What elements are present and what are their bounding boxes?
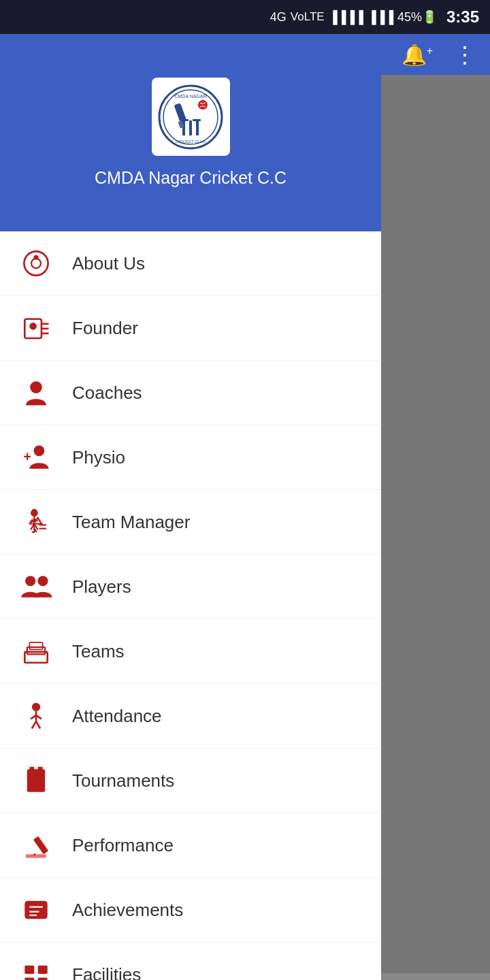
svg-rect-45 <box>29 767 34 772</box>
achievements-label: Achievements <box>72 900 183 921</box>
svg-rect-35 <box>24 652 47 663</box>
players-icon <box>19 570 53 604</box>
performance-icon <box>19 828 53 862</box>
navigation-drawer: CMDA NAGAR CRICKET CLUB CMDA Nagar Crick… <box>0 34 381 980</box>
about-us-label: About Us <box>72 253 145 274</box>
svg-text:+: + <box>24 449 31 464</box>
club-logo-container: CMDA NAGAR CRICKET CLUB <box>152 78 230 156</box>
facilities-label: Facilities <box>72 964 141 981</box>
svg-rect-3 <box>189 120 192 135</box>
svg-point-33 <box>25 576 35 586</box>
performance-label: Performance <box>72 835 174 856</box>
svg-rect-6 <box>193 119 201 121</box>
status-bar: 4G VoLTE ▐▐▐▐ ▐▐▐ 45%🔋 3:35 <box>0 0 490 34</box>
svg-rect-2 <box>182 120 185 135</box>
attendance-label: Attendance <box>72 706 162 727</box>
svg-rect-57 <box>24 977 34 980</box>
svg-rect-37 <box>29 642 42 650</box>
menu-item-facilities[interactable]: Facilities <box>0 943 381 980</box>
svg-rect-58 <box>38 977 48 980</box>
team-manager-label: Team Manager <box>72 512 190 533</box>
battery: 45%🔋 <box>397 10 437 24</box>
menu-item-founder[interactable]: Founder <box>0 296 381 361</box>
menu-item-physio[interactable]: + Physio <box>0 425 381 490</box>
more-options-button[interactable]: ⋮ <box>453 41 476 68</box>
founder-label: Founder <box>72 318 138 339</box>
svg-point-21 <box>33 445 44 456</box>
app-bar-top: 🔔+ ⋮ <box>0 34 490 75</box>
svg-line-42 <box>32 721 36 729</box>
svg-rect-48 <box>26 854 46 858</box>
svg-text:CMDA NAGAR: CMDA NAGAR <box>174 94 206 99</box>
menu-item-about-us[interactable]: About Us <box>0 231 381 296</box>
menu-item-teams[interactable]: Teams <box>0 619 381 684</box>
svg-point-34 <box>38 576 48 586</box>
svg-line-43 <box>36 721 40 729</box>
time: 3:35 <box>446 7 479 27</box>
svg-rect-49 <box>33 836 48 855</box>
achievements-icon <box>19 893 53 927</box>
svg-rect-7 <box>174 103 187 123</box>
svg-rect-55 <box>24 966 34 974</box>
status-icons: 4G VoLTE ▐▐▐▐ ▐▐▐ 45%🔋 3:35 <box>270 7 479 27</box>
drawer-menu: About Us Founder <box>0 231 381 980</box>
tournaments-label: Tournaments <box>72 770 174 791</box>
svg-point-16 <box>29 323 37 330</box>
svg-point-38 <box>32 703 40 711</box>
notification-add-button[interactable]: 🔔+ <box>402 43 433 67</box>
physio-icon: + <box>19 440 53 474</box>
network-type: 4G <box>270 10 287 24</box>
svg-rect-44 <box>27 769 45 791</box>
sim2-signal: ▐▐▐ <box>368 10 393 24</box>
svg-rect-4 <box>196 120 199 135</box>
menu-item-achievements[interactable]: Achievements <box>0 878 381 943</box>
tournaments-icon <box>19 764 53 798</box>
players-label: Players <box>72 576 131 598</box>
svg-point-25 <box>31 509 37 515</box>
svg-point-14 <box>31 259 41 268</box>
sim1-signal: ▐▐▐▐ <box>329 10 363 24</box>
menu-item-coaches[interactable]: Coaches <box>0 361 381 425</box>
menu-item-tournaments[interactable]: Tournaments <box>0 749 381 813</box>
svg-text:CRICKET CLUB: CRICKET CLUB <box>176 140 206 144</box>
coaches-label: Coaches <box>72 382 142 404</box>
menu-item-attendance[interactable]: Attendance <box>0 684 381 749</box>
about-us-icon <box>19 246 53 280</box>
svg-rect-56 <box>38 966 48 974</box>
coaches-icon <box>19 376 53 410</box>
teams-icon <box>19 634 53 668</box>
founder-icon <box>19 311 53 345</box>
svg-point-9 <box>198 100 208 110</box>
svg-rect-46 <box>38 767 43 772</box>
club-name: CMDA Nagar Cricket C.C <box>95 168 287 188</box>
svg-rect-51 <box>24 901 47 919</box>
physio-label: Physio <box>72 447 125 468</box>
main-content: CMDA NAGAR CRICKET CLUB CMDA Nagar Crick… <box>0 34 490 980</box>
volte-icon: VoLTE <box>291 10 325 24</box>
facilities-icon <box>19 958 53 980</box>
teams-label: Teams <box>72 641 125 662</box>
menu-item-team-manager[interactable]: Team Manager <box>0 490 381 555</box>
menu-item-players[interactable]: Players <box>0 555 381 619</box>
svg-point-12 <box>24 251 48 275</box>
menu-item-performance[interactable]: Performance <box>0 813 381 878</box>
club-logo: CMDA NAGAR CRICKET CLUB <box>157 83 225 151</box>
svg-point-20 <box>30 381 42 393</box>
team-manager-icon <box>19 505 53 539</box>
attendance-icon <box>19 699 53 733</box>
